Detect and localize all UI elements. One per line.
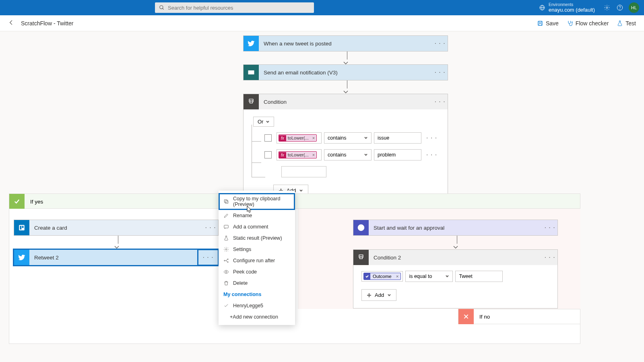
twitter-icon	[244, 36, 259, 51]
fx-token[interactable]: fxtoLower(...×	[279, 151, 317, 158]
value-input[interactable]: Tweet	[455, 271, 503, 282]
svg-rect-17	[225, 201, 228, 204]
if-yes-label: If yes	[25, 199, 49, 205]
svg-rect-19	[224, 225, 229, 228]
svg-rect-9	[539, 21, 542, 22]
svg-rect-13	[19, 225, 25, 230]
check-icon	[223, 303, 229, 309]
context-menu: Copy to my clipboard (Preview) Rename Ad…	[219, 191, 295, 325]
chevron-down-icon	[364, 136, 368, 140]
menu-add-connection[interactable]: +Add new connection	[219, 311, 295, 323]
row-menu[interactable]: · · ·	[426, 134, 437, 142]
outcome-token[interactable]: Outcome ×	[363, 273, 401, 280]
connector-arrow	[455, 236, 458, 251]
row-menu[interactable]: · · ·	[426, 151, 437, 158]
menu-static-result[interactable]: Static result (Preview)	[219, 232, 295, 244]
approval-icon	[353, 220, 369, 235]
condition-card[interactable]: Condition · · · Or fxtoLower(...× co	[243, 94, 448, 205]
svg-point-23	[227, 261, 228, 262]
stethoscope-icon	[567, 20, 573, 27]
menu-connection-item[interactable]: HenryLegge5	[219, 300, 295, 311]
token-remove[interactable]: ×	[311, 152, 316, 157]
twitter-icon	[14, 250, 29, 265]
chevron-down-icon	[364, 153, 368, 157]
operator-select[interactable]: is equal to	[405, 271, 453, 282]
row-checkbox[interactable]	[264, 134, 272, 142]
top-bar: Environments enayu.com (default) HL	[0, 0, 644, 15]
if-no-label: If no	[474, 314, 495, 320]
trigger-menu[interactable]: · · ·	[432, 40, 448, 47]
menu-configure-run-after[interactable]: Configure run after	[219, 255, 295, 266]
logic-label: Or	[258, 119, 263, 125]
flow-checker-button[interactable]: Flow checker	[567, 20, 609, 27]
svg-point-24	[225, 271, 227, 273]
value-input[interactable]: issue	[374, 132, 421, 144]
pencil-icon	[223, 213, 229, 218]
value-input[interactable]: problem	[374, 149, 421, 160]
user-avatar[interactable]: HL	[629, 2, 639, 13]
create-card-menu[interactable]: · · ·	[203, 224, 218, 231]
condition-title: Condition	[259, 99, 432, 105]
logic-operator[interactable]: Or	[253, 117, 274, 127]
command-bar: ScratchFlow - Twitter Save Flow checker …	[0, 15, 644, 31]
save-button[interactable]: Save	[537, 20, 559, 27]
token-remove[interactable]: ×	[394, 274, 401, 279]
trash-icon	[223, 280, 229, 286]
operator-select[interactable]: contains	[324, 149, 372, 160]
menu-copy-clipboard[interactable]: Copy to my clipboard (Preview)	[219, 193, 295, 210]
retweet-menu[interactable]: · · ·	[198, 250, 218, 265]
environment-picker[interactable]: Environments enayu.com (default)	[549, 2, 595, 13]
condition-menu[interactable]: · · ·	[432, 98, 448, 105]
search-icon	[159, 5, 165, 10]
svg-rect-15	[22, 226, 24, 228]
svg-point-11	[572, 22, 573, 23]
condition2-menu[interactable]: · · ·	[542, 254, 557, 261]
environment-value: enayu.com (default)	[549, 7, 595, 13]
menu-rename[interactable]: Rename	[219, 210, 295, 221]
operator-select[interactable]: contains	[324, 132, 372, 144]
condition2-card[interactable]: Condition 2 · · · Outcome × is equal to …	[353, 249, 558, 309]
test-button[interactable]: Test	[617, 20, 636, 27]
expression-input[interactable]: fxtoLower(...×	[277, 149, 322, 160]
expression-input[interactable]: Outcome ×	[361, 271, 403, 282]
check-icon	[9, 194, 25, 209]
menu-comment[interactable]: Add a comment	[219, 221, 295, 232]
approval-action[interactable]: Start and wait for an approval · · ·	[353, 220, 558, 236]
email-menu[interactable]: · · ·	[432, 69, 448, 76]
menu-connections-header: My connections	[219, 289, 295, 300]
menu-settings[interactable]: Settings	[219, 244, 295, 255]
condition-row: fxtoLower(...× contains issue · · ·	[264, 132, 438, 144]
create-card-title: Create a card	[29, 225, 203, 231]
expression-input[interactable]: fxtoLower(...×	[277, 132, 322, 144]
search-box[interactable]	[155, 2, 314, 13]
row-checkbox[interactable]	[264, 151, 272, 158]
empty-expression-input[interactable]	[281, 166, 326, 177]
svg-point-5	[606, 7, 608, 8]
flask-icon	[223, 235, 229, 241]
svg-rect-14	[20, 226, 22, 230]
retweet-action[interactable]: Retweet 2 · · ·	[14, 249, 219, 265]
search-input[interactable]	[168, 5, 310, 11]
environment-icon[interactable]	[536, 1, 549, 14]
trigger-card[interactable]: When a new tweet is posted · · ·	[243, 35, 448, 51]
help-icon[interactable]	[613, 1, 626, 14]
token-remove[interactable]: ×	[311, 136, 316, 140]
menu-peek-code[interactable]: Peek code	[219, 266, 295, 278]
add-row-button[interactable]: Add	[361, 289, 396, 301]
approval-menu[interactable]: · · ·	[542, 224, 557, 231]
menu-delete[interactable]: Delete	[219, 278, 295, 289]
email-title: Send an email notification (V3)	[259, 70, 432, 76]
back-button[interactable]	[8, 19, 14, 27]
email-card[interactable]: Send an email notification (V3) · · ·	[243, 64, 448, 80]
svg-rect-10	[539, 23, 542, 25]
test-label: Test	[625, 20, 636, 27]
save-icon	[537, 20, 543, 27]
chevron-down-icon	[266, 120, 270, 124]
add-label: Add	[375, 292, 384, 298]
mail-icon	[244, 65, 259, 80]
condition-icon	[244, 94, 259, 109]
fx-token[interactable]: fxtoLower(...×	[279, 134, 317, 142]
settings-icon[interactable]	[601, 1, 613, 14]
create-card-action[interactable]: Create a card · · ·	[14, 220, 219, 236]
if-no-header[interactable]: If no	[458, 309, 580, 324]
